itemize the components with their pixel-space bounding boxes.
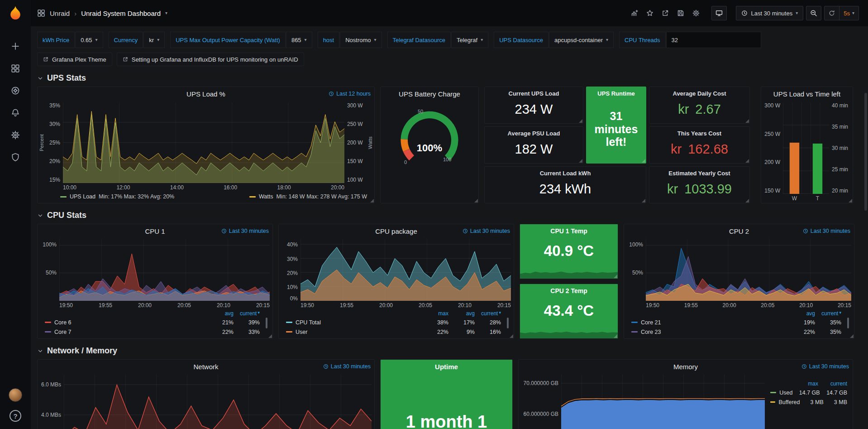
battery-gauge[interactable]: 100% 0 50 100 (381, 103, 478, 206)
plus-icon (11, 42, 20, 51)
series-toggle[interactable]: Used (779, 390, 792, 396)
panel-resize-handle[interactable] (579, 159, 582, 163)
breadcrumb-folder[interactable]: Unraid (50, 10, 70, 17)
series-toggle[interactable]: Core 6 (54, 319, 207, 326)
legend-scrollbar[interactable] (847, 318, 849, 328)
section-cpu-stats[interactable]: CPU Stats (37, 211, 862, 220)
stat-title[interactable]: Current UPS Load (509, 90, 559, 97)
link-grafana-plex-theme[interactable]: Grafana Plex Theme (37, 53, 112, 66)
save-dashboard-button[interactable] (674, 7, 687, 19)
legend-item-watts[interactable]: Watts Min: 148 W Max: 278 W Avg: 175 W (249, 193, 367, 200)
legend-item-ups-load[interactable]: UPS Load Min: 17% Max: 32% Avg: 20% (60, 193, 174, 200)
stat-title[interactable]: CPU 2 Temp (550, 287, 587, 294)
legend-sort-current[interactable]: current▾ (475, 310, 501, 317)
legend-sort-avg[interactable]: avg (789, 310, 815, 317)
series-toggle[interactable]: Core 23 (641, 329, 789, 335)
variable-value-dropdown[interactable]: apcupsd-container▾ (549, 32, 614, 48)
gauge-min-label: 0 (404, 159, 407, 165)
series-color-dash (631, 322, 638, 323)
legend-sort-current[interactable]: current (818, 381, 847, 387)
stat-title[interactable]: Average PSU Load (508, 130, 560, 137)
clock-icon (463, 228, 468, 234)
star-dashboard-button[interactable] (644, 7, 656, 19)
caret-down-icon[interactable]: ▾ (165, 11, 167, 15)
sidebar-create-button[interactable] (5, 37, 25, 55)
panel-resize-handle[interactable] (849, 199, 852, 202)
panel-resize-handle[interactable] (510, 334, 513, 338)
cpu1-chart[interactable] (59, 239, 270, 301)
series-toggle[interactable]: Core 21 (641, 319, 789, 326)
cpu-threads-input[interactable] (666, 32, 761, 48)
refresh-interval-button[interactable]: 5s ▾ (839, 10, 858, 17)
legend-sort-max[interactable]: max (422, 310, 448, 317)
panel-title[interactable]: UPS Battery Charge (381, 90, 478, 98)
sidebar-server-admin-button[interactable] (5, 148, 25, 166)
legend-sort-avg[interactable]: avg (207, 310, 234, 317)
section-network-memory[interactable]: Network / Memory (37, 346, 862, 356)
sidebar-explore-button[interactable] (5, 82, 25, 100)
stat-title[interactable]: This Years Cost (677, 130, 721, 137)
series-toggle[interactable]: CPU Total (296, 319, 422, 326)
share-dashboard-button[interactable] (659, 7, 672, 19)
series-toggle[interactable]: Buffered (778, 399, 800, 405)
page-scrollbar[interactable] (864, 93, 867, 211)
link-ups-monitoring-guide[interactable]: Setting up Grafana and InfluxDB for UPS … (117, 53, 304, 66)
section-ups-stats[interactable]: UPS Stats (37, 73, 862, 83)
variable-value-dropdown[interactable]: kr▾ (143, 32, 165, 48)
user-avatar[interactable] (9, 388, 22, 402)
panel-resize-handle[interactable] (268, 334, 272, 338)
stat-title[interactable]: Estimated Yearly Cost (668, 170, 730, 177)
stat-title[interactable]: UPS Runtime (597, 90, 634, 97)
cpu-package-chart[interactable] (300, 239, 511, 301)
kiosk-mode-button[interactable] (711, 6, 727, 20)
time-range-button[interactable]: Last 30 minutes ▾ (736, 6, 803, 20)
stat-title[interactable]: Current Load kWh (540, 170, 591, 177)
panel-resize-handle[interactable] (474, 199, 478, 202)
help-button[interactable]: ? (10, 410, 21, 422)
memory-chart[interactable] (561, 374, 765, 429)
ups-load-chart[interactable] (63, 102, 344, 183)
refresh-button[interactable] (825, 6, 839, 20)
variable-value-dropdown[interactable]: Nostromo▾ (340, 32, 382, 48)
panel-resize-handle[interactable] (614, 334, 617, 338)
sidebar-configuration-button[interactable] (5, 126, 25, 144)
panel-resize-handle[interactable] (745, 199, 749, 202)
panel-resize-handle[interactable] (614, 275, 617, 278)
stat-value: kr2.67 (678, 97, 721, 121)
panel-resize-handle[interactable] (745, 159, 749, 163)
stat-title[interactable]: CPU 1 Temp (550, 227, 587, 235)
cpu2-chart[interactable] (646, 239, 851, 301)
grafana-logo[interactable] (0, 0, 31, 26)
legend-sort-current[interactable]: current▾ (234, 310, 260, 317)
series-toggle[interactable]: Core 7 (54, 329, 207, 335)
panel-title[interactable]: Uptime (435, 363, 458, 371)
legend-sort-max[interactable]: max (789, 381, 818, 387)
series-toggle[interactable]: User (296, 329, 422, 335)
panel-resize-handle[interactable] (642, 199, 645, 202)
legend-sort-current[interactable]: current▾ (815, 310, 841, 317)
add-panel-button[interactable] (628, 7, 641, 19)
variable-value-dropdown[interactable]: Telegraf▾ (451, 32, 488, 48)
variable-value-dropdown[interactable]: 865▾ (286, 32, 312, 48)
panel-resize-handle[interactable] (579, 119, 582, 123)
panel-resize-handle[interactable] (370, 199, 374, 202)
dashboard-settings-button[interactable] (690, 7, 702, 19)
zoom-out-button[interactable] (806, 6, 821, 20)
stat-title[interactable]: Average Daily Cost (672, 90, 726, 97)
panel-resize-handle[interactable] (745, 119, 749, 123)
sidebar-dashboards-button[interactable] (5, 59, 25, 77)
panel-title[interactable]: UPS Load vs Time left (761, 90, 853, 98)
apps-grid-icon[interactable] (37, 9, 45, 17)
legend-scrollbar[interactable] (507, 318, 509, 328)
breadcrumb-dashboard[interactable]: Unraid System Dashboard (81, 10, 161, 17)
panel-resize-handle[interactable] (642, 159, 645, 163)
ups-bars-chart[interactable] (783, 102, 829, 194)
legend-scrollbar[interactable] (266, 318, 267, 328)
sidebar-alerting-button[interactable] (5, 104, 25, 122)
legend-sort-avg[interactable]: avg (448, 310, 475, 317)
panel-resize-handle[interactable] (850, 334, 854, 338)
panel-title[interactable]: UPS Load % (38, 90, 374, 98)
network-chart[interactable] (64, 374, 372, 429)
legend-row: CPU Total 38% 17% 28% (282, 318, 509, 327)
variable-value-dropdown[interactable]: 0.65▾ (75, 32, 103, 48)
